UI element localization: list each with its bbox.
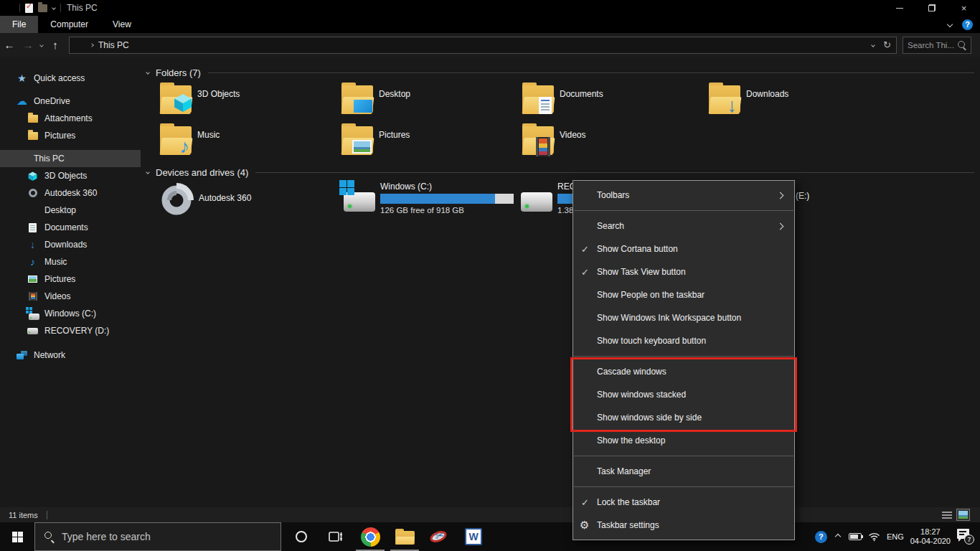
section-rule (208, 72, 974, 73)
wifi-icon[interactable] (868, 532, 880, 542)
start-button[interactable] (0, 522, 34, 551)
battery-icon[interactable] (849, 533, 862, 540)
menu-item-toolbars[interactable]: Toolbars (573, 184, 794, 207)
help-tray-icon[interactable]: ? (815, 531, 827, 543)
search-placeholder: Search Thi... (908, 41, 954, 50)
folder-tile-music[interactable]: ♪ Music (159, 123, 335, 161)
document-icon (27, 222, 39, 234)
taskbar-search-input[interactable]: Type here to search (34, 522, 281, 551)
close-button[interactable]: × (948, 0, 980, 16)
folder-tile-desktop[interactable]: Desktop (341, 83, 517, 120)
folder-tile-videos[interactable]: Videos (522, 123, 697, 161)
window-controls: × (883, 0, 980, 16)
file-explorer-button[interactable] (387, 522, 422, 551)
collapse-section-chevron-icon[interactable] (146, 170, 150, 174)
tab-view[interactable]: View (100, 16, 143, 33)
sidebar-item-label: OneDrive (34, 96, 70, 106)
breadcrumb-chevron-icon[interactable] (90, 43, 94, 47)
menu-item-taskbar-settings[interactable]: ⚙ Taskbar settings (573, 514, 794, 537)
menu-item-cascade-windows[interactable]: Cascade windows (573, 360, 794, 383)
sidebar-item-downloads[interactable]: ↓ Downloads (0, 236, 141, 253)
sidebar-item-attachments[interactable]: Attachments (0, 110, 141, 127)
menu-item-show-ink-workspace[interactable]: Show Windows Ink Workspace button (573, 306, 794, 329)
folder-tile-downloads[interactable]: ↓ Downloads (708, 83, 884, 120)
sidebar-item-desktop[interactable]: Desktop (0, 202, 141, 219)
folder-icon: ♪ (159, 123, 192, 155)
section-header-devices[interactable]: Devices and drives (4) (146, 166, 974, 178)
collapse-ribbon-chevron-icon[interactable] (947, 22, 953, 27)
drive-tile-e[interactable]: (E:) (796, 191, 809, 201)
up-button[interactable]: ↑ (46, 39, 65, 51)
menu-item-show-touch-keyboard[interactable]: Show touch keyboard button (573, 329, 794, 352)
tab-file[interactable]: File (0, 16, 38, 33)
word-button[interactable]: W (456, 522, 491, 551)
folder-tile-3d-objects[interactable]: 3D Objects (159, 83, 335, 120)
computer-icon (16, 153, 28, 165)
sidebar-item-music[interactable]: ♪ Music (0, 253, 141, 270)
music-note-icon: ♪ (180, 137, 190, 156)
refresh-icon[interactable]: ↻ (883, 39, 891, 50)
new-folder-icon[interactable] (38, 4, 47, 12)
folder-icon (522, 123, 555, 155)
recent-locations-chevron-icon[interactable] (39, 43, 44, 47)
folder-tile-documents[interactable]: Documents (522, 83, 697, 120)
back-button[interactable]: ← (0, 39, 19, 51)
chrome-button[interactable] (353, 522, 387, 551)
check-icon: ✓ (581, 244, 589, 255)
collapse-section-chevron-icon[interactable] (146, 70, 150, 75)
menu-item-lock-the-taskbar[interactable]: ✓ Lock the taskbar (573, 491, 794, 514)
sidebar-item-recovery-d[interactable]: RECOVERY (D:) (0, 322, 141, 339)
sidebar-item-autodesk-360[interactable]: Autodesk 360 (0, 184, 141, 202)
search-input[interactable]: Search Thi... (903, 37, 971, 54)
menu-item-show-cortana-button[interactable]: ✓ Show Cortana button (573, 237, 794, 260)
properties-icon[interactable]: ✓ (25, 4, 33, 13)
details-view-button[interactable] (941, 510, 953, 520)
address-input[interactable]: This PC ↻ (69, 37, 897, 54)
language-indicator[interactable]: ENG (887, 532, 904, 541)
document-icon (539, 97, 552, 114)
video-icon (27, 291, 39, 303)
sidebar-item-quick-access[interactable]: ★ Quick access (0, 70, 141, 87)
search-icon[interactable] (958, 41, 966, 50)
action-center-button[interactable]: 7 (957, 529, 974, 545)
drive-tile-autodesk-360[interactable]: Autodesk 360 (159, 183, 251, 217)
address-dropdown-chevron-icon[interactable] (871, 43, 875, 47)
sidebar-item-documents[interactable]: Documents (0, 219, 141, 236)
menu-item-label: Show touch keyboard button (597, 336, 706, 346)
forward-button[interactable]: → (19, 39, 37, 51)
menu-item-show-people[interactable]: Show People on the taskbar (573, 283, 794, 306)
menu-item-show-task-view-button[interactable]: ✓ Show Task View button (573, 260, 794, 283)
minimize-button[interactable] (883, 0, 915, 16)
gear-icon: ⚙ (580, 519, 589, 532)
sidebar-item-this-pc[interactable]: This PC (0, 150, 141, 167)
clock[interactable]: 18:27 04-04-2020 (910, 527, 951, 546)
sidebar-item-onedrive[interactable]: ☁ OneDrive (0, 93, 141, 110)
menu-item-show-windows-side-by-side[interactable]: Show windows side by side (573, 406, 794, 429)
sidebar-item-windows-c[interactable]: Windows (C:) (0, 305, 141, 322)
tab-computer[interactable]: Computer (38, 16, 100, 33)
sidebar-item-network[interactable]: Network (0, 347, 141, 364)
menu-item-show-windows-stacked[interactable]: Show windows stacked (573, 383, 794, 406)
menu-item-search[interactable]: Search (573, 215, 794, 237)
sidebar-item-pictures[interactable]: Pictures (0, 270, 141, 288)
large-icons-view-button[interactable] (956, 509, 970, 521)
breadcrumb[interactable]: This PC (98, 40, 129, 50)
restore-button[interactable] (915, 0, 948, 16)
snipping-tool-button[interactable]: ✂ (422, 522, 456, 551)
sidebar-item-pictures-onedrive[interactable]: Pictures (0, 127, 141, 144)
folder-tile-pictures[interactable]: Pictures (341, 123, 517, 161)
section-header-folders[interactable]: Folders (7) (146, 67, 974, 78)
menu-item-task-manager[interactable]: Task Manager (573, 460, 794, 483)
menu-item-show-the-desktop[interactable]: Show the desktop (573, 429, 794, 452)
cortana-button[interactable] (284, 522, 319, 551)
sidebar-item-videos[interactable]: Videos (0, 288, 141, 305)
folder-view: Folders (7) 3D Objects Desktop Documents… (141, 57, 980, 507)
customize-toolbar-chevron-icon[interactable] (52, 6, 56, 10)
drive-tile-windows-c[interactable]: Windows (C:) 126 GB free of 918 GB (339, 180, 514, 215)
taskbar: Type here to search ✂ W ? (0, 522, 980, 551)
section-title: Devices and drives (4) (156, 167, 248, 178)
show-hidden-icons-chevron-icon[interactable] (835, 534, 841, 540)
sidebar-item-3d-objects[interactable]: 3D Objects (0, 167, 141, 184)
help-icon[interactable]: ? (962, 19, 973, 30)
task-view-button[interactable] (319, 522, 353, 551)
